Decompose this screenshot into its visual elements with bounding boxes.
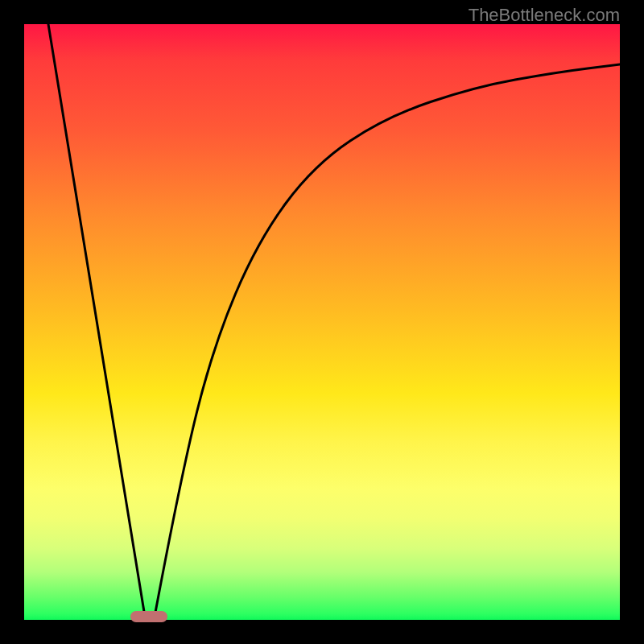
plot-area: [24, 24, 620, 620]
curve-svg: [24, 24, 620, 620]
curve-right-branch: [155, 64, 620, 617]
curve-left-branch: [48, 24, 145, 617]
watermark-text: TheBottleneck.com: [469, 5, 620, 26]
chart-container: TheBottleneck.com: [0, 0, 644, 644]
minimum-marker: [130, 611, 167, 622]
